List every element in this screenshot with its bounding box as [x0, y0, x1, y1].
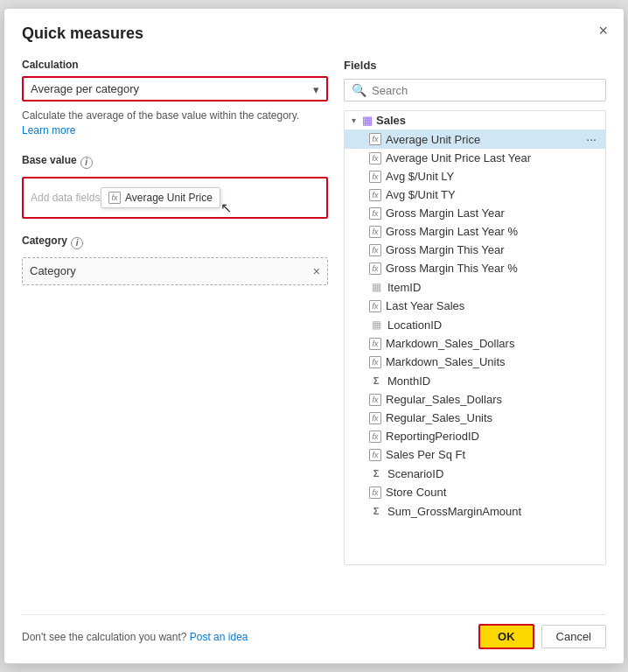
measure-icon: fx: [369, 244, 381, 256]
tree-item-label: Store Count: [386, 486, 600, 499]
left-panel: Calculation Average per category Calcula…: [22, 59, 328, 602]
calculation-dropdown-wrapper: Average per category: [22, 76, 328, 102]
tree-item[interactable]: ▦LocationID: [345, 315, 605, 334]
tree-item[interactable]: fxGross Margin Last Year %: [345, 222, 605, 241]
item-ellipsis-button[interactable]: ···: [583, 132, 600, 146]
cancel-button[interactable]: Cancel: [541, 625, 606, 648]
tree-item[interactable]: ΣScenarioID: [345, 464, 605, 483]
tree-item[interactable]: ΣMonthID: [345, 371, 605, 390]
right-panel: Fields 🔍 ▾ ▦ Sales fxAverage Unit Price·…: [344, 59, 606, 602]
tree-item-label: Gross Margin Last Year: [386, 206, 600, 220]
dragged-field-label: Average Unit Price: [125, 192, 213, 204]
category-dropzone[interactable]: Category ×: [22, 257, 328, 285]
tree-item-label: ScenarioID: [387, 467, 600, 480]
measure-icon: fx: [369, 226, 381, 238]
tree-item-label: LocationID: [387, 318, 600, 332]
tree-item-label: Markdown_Sales_Units: [386, 355, 600, 368]
category-label: Category: [22, 234, 67, 247]
field-icon: ▦: [369, 318, 383, 332]
measure-icon: fx: [369, 430, 381, 443]
fields-tree: ▾ ▦ Sales fxAverage Unit Price···fxAvera…: [344, 110, 606, 565]
measure-icon: fx: [369, 338, 381, 350]
base-value-label: Base value: [22, 154, 77, 166]
tree-item-label: Gross Margin Last Year %: [386, 225, 600, 238]
tree-item-label: Regular_Sales_Dollars: [386, 393, 600, 406]
measure-icon: fx: [369, 486, 381, 499]
category-info-icon: i: [71, 237, 83, 249]
tree-item-label: Markdown_Sales_Dollars: [386, 337, 600, 350]
field-icon: ▦: [369, 280, 383, 294]
calc-description: Calculate the average of the base value …: [22, 108, 328, 138]
chevron-down-icon: ▾: [348, 116, 359, 125]
tree-item[interactable]: fxGross Margin Last Year: [345, 204, 605, 222]
tree-item-label: Avg $/Unit LY: [386, 170, 600, 183]
tree-items-container: fxAverage Unit Price···fxAverage Unit Pr…: [345, 130, 605, 521]
sigma-icon: Σ: [369, 374, 383, 388]
table-icon: ▦: [362, 114, 373, 127]
measure-icon: fx: [369, 412, 381, 424]
footer-buttons: OK Cancel: [478, 624, 606, 649]
tree-item-label: Gross Margin This Year %: [386, 262, 600, 275]
category-clear-button[interactable]: ×: [313, 265, 320, 277]
measure-icon: fx: [369, 356, 381, 368]
tree-item-label: ItemID: [387, 281, 600, 294]
main-content: Calculation Average per category Calcula…: [22, 59, 606, 602]
tree-item[interactable]: fxSales Per Sq Ft: [345, 445, 605, 464]
measure-icon: fx: [369, 394, 381, 406]
tree-group-sales[interactable]: ▾ ▦ Sales: [345, 111, 605, 130]
tree-item[interactable]: fxAvg $/Unit TY: [345, 186, 605, 204]
category-value: Category: [30, 264, 76, 277]
tree-item[interactable]: fxLast Year Sales: [345, 297, 605, 315]
tree-item[interactable]: fxMarkdown_Sales_Units: [345, 353, 605, 371]
tree-item-label: ReportingPeriodID: [386, 430, 600, 443]
tree-item[interactable]: fxMarkdown_Sales_Dollars: [345, 334, 605, 353]
measure-icon: fx: [369, 152, 381, 164]
dialog-footer: Don't see the calculation you want? Post…: [22, 614, 606, 649]
measure-icon: fx: [369, 207, 381, 220]
tree-item[interactable]: fxAvg $/Unit LY: [345, 167, 605, 186]
base-value-info-icon: i: [80, 157, 93, 169]
post-idea-link[interactable]: Post an idea: [190, 631, 248, 643]
measure-icon: fx: [369, 300, 381, 312]
tree-item[interactable]: fxRegular_Sales_Dollars: [345, 390, 605, 409]
tree-item-label: Sum_GrossMarginAmount: [387, 505, 600, 518]
tree-item-label: Last Year Sales: [386, 299, 600, 312]
calculation-label: Calculation: [22, 59, 328, 71]
search-input[interactable]: [372, 84, 598, 97]
tree-item-label: MonthID: [387, 374, 600, 388]
tree-item-label: Regular_Sales_Units: [386, 411, 600, 424]
tree-item-label: Sales Per Sq Ft: [386, 448, 600, 461]
learn-more-link[interactable]: Learn more: [22, 124, 75, 136]
tree-item[interactable]: fxAverage Unit Price Last Year: [345, 149, 605, 167]
close-button[interactable]: ×: [598, 23, 608, 38]
base-value-section: Base value i Add data fields here fx Ave…: [22, 154, 328, 219]
dragged-field-card: fx Average Unit Price ↖: [101, 187, 220, 208]
search-box: 🔍: [344, 79, 606, 102]
search-icon: 🔍: [352, 83, 366, 97]
measure-icon: fx: [369, 449, 381, 461]
measure-icon: fx: [369, 133, 381, 145]
tree-item[interactable]: ΣSum_GrossMarginAmount: [345, 501, 605, 521]
category-section: Category i Category ×: [22, 234, 328, 285]
drag-cursor-icon: ↖: [220, 200, 232, 216]
measure-icon: fx: [369, 189, 381, 201]
tree-item[interactable]: fxReportingPeriodID: [345, 427, 605, 445]
tree-item[interactable]: ▦ItemID: [345, 277, 605, 297]
sigma-icon: Σ: [369, 466, 383, 480]
tree-item[interactable]: fxGross Margin This Year %: [345, 259, 605, 277]
tree-item-label: Gross Margin This Year: [386, 243, 600, 256]
base-value-dropzone[interactable]: Add data fields here fx Average Unit Pri…: [22, 177, 328, 219]
tree-item[interactable]: fxGross Margin This Year: [345, 241, 605, 259]
measure-icon: fx: [369, 262, 381, 275]
dialog-title: Quick measures: [22, 24, 606, 43]
tree-item[interactable]: fxRegular_Sales_Units: [345, 409, 605, 427]
calculation-dropdown[interactable]: Average per category: [22, 76, 328, 102]
footer-text: Don't see the calculation you want? Post…: [22, 631, 248, 643]
tree-item[interactable]: fxStore Count: [345, 483, 605, 501]
fields-label: Fields: [344, 59, 606, 72]
tree-item[interactable]: fxAverage Unit Price···: [345, 130, 605, 149]
ok-button[interactable]: OK: [478, 624, 534, 649]
quick-measures-dialog: Quick measures × Calculation Average per…: [3, 8, 625, 664]
sigma-icon: Σ: [369, 504, 383, 518]
measure-icon: fx: [369, 171, 381, 183]
